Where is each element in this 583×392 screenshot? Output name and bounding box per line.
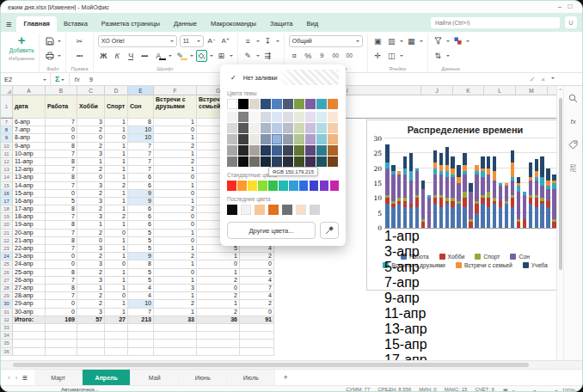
save-icon[interactable] [44,35,55,47]
tint-swatch[interactable] [249,145,260,156]
standard-color-swatch[interactable] [248,181,257,191]
cell[interactable]: 10-апр [13,150,46,158]
cell[interactable]: 17-апр [13,205,46,213]
theme-color-swatch[interactable] [238,99,249,109]
cell[interactable]: 6 [128,221,154,229]
tint-swatch[interactable] [227,112,237,122]
filter-icon[interactable] [433,35,444,47]
decrease-font-icon[interactable]: A⁻ [206,35,218,47]
vertical-scroll-thumb[interactable] [559,98,562,270]
cell[interactable]: 0 [154,269,197,277]
tint-swatch[interactable] [283,123,293,133]
tint-swatch[interactable] [249,123,260,133]
cell[interactable]: 7 [46,277,77,285]
cell[interactable] [197,324,240,332]
cell[interactable]: 1 [105,198,128,205]
row-number[interactable]: 29 [1,292,13,300]
tint-swatch[interactable] [305,112,316,122]
cell[interactable]: 2 [77,205,105,213]
cell[interactable]: 8 [128,119,154,126]
insert-row-icon[interactable]: ▥ [386,35,397,47]
cell[interactable]: 2 [77,190,105,198]
cell[interactable] [77,340,105,347]
cut-icon[interactable]: ✂ [74,35,85,47]
chart[interactable]: Распределение времени 051015202530 1-апр… [366,119,556,291]
cell[interactable]: 1 [105,158,128,166]
cell[interactable]: 1 [154,230,197,237]
cell[interactable]: 1 [77,285,105,292]
filter-caret[interactable] [446,40,450,44]
cell[interactable]: 3 [77,277,105,285]
cell[interactable]: 7 [46,150,77,158]
cancel-icon[interactable]: × [541,76,545,83]
cell[interactable] [154,348,197,356]
cell[interactable]: 7 [128,143,154,150]
tint-swatch[interactable] [261,123,271,133]
menu-tab-Макрокоманды[interactable]: Макрокоманды [204,16,263,32]
cell[interactable] [46,348,77,356]
header-cell[interactable]: дата [13,95,46,119]
tint-swatch[interactable] [283,134,293,144]
tint-swatch[interactable] [316,156,327,167]
cell[interactable]: 2 [240,300,274,308]
header-cell[interactable]: Сон [128,95,154,119]
row-number[interactable]: 31 [1,309,13,316]
cell[interactable]: 1 [105,237,128,245]
cell[interactable] [105,340,128,347]
cell[interactable]: 27 [105,316,128,324]
cell[interactable]: 6 [128,213,154,221]
cell[interactable]: 8 [46,205,77,213]
vertical-align-icon[interactable]: ↧ [262,35,273,47]
cell[interactable]: 0 [240,309,274,316]
tint-swatch[interactable] [238,112,249,122]
cell[interactable]: 8 [46,269,77,277]
cell[interactable]: 3 [77,309,105,316]
font-family-select[interactable]: XO Oriel [98,35,177,47]
cell[interactable]: 7 [46,182,77,190]
cell[interactable]: 1 [154,150,197,158]
cell[interactable]: 20-апр [13,230,46,237]
cell[interactable] [105,332,128,340]
borders-button[interactable]: ⊞ [216,50,227,62]
cell[interactable]: 7 [128,158,154,166]
cell[interactable]: 1 [154,292,197,300]
cell[interactable]: 1 [154,134,197,142]
cell[interactable] [240,332,274,340]
cell[interactable]: 1 [77,158,105,166]
cell[interactable]: 3 [77,119,105,126]
cell[interactable]: 0 [154,237,197,245]
decrease-decimal-icon[interactable]: 00 [330,50,341,62]
cell[interactable]: 8 [46,285,77,292]
cell[interactable]: 29-апр [13,300,46,308]
theme-color-swatch[interactable] [328,99,338,109]
cell[interactable]: 26-апр [13,277,46,285]
standard-color-swatch[interactable] [279,181,288,191]
tint-swatch[interactable] [305,123,316,133]
row-number[interactable]: 11 [1,150,13,158]
horizontal-scroll-thumb[interactable] [13,363,529,367]
name-box-caret[interactable] [43,79,46,83]
zoom-in-button[interactable]: + [555,388,558,392]
cell[interactable]: 2 [77,143,105,150]
cell[interactable]: 3 [77,213,105,221]
tint-swatch[interactable] [272,112,282,122]
cell[interactable]: 8 [46,143,77,150]
cell[interactable]: 1 [105,300,128,308]
standard-color-swatch[interactable] [258,181,267,191]
cell[interactable]: 1 [105,221,128,229]
row-number[interactable]: 32 [1,316,13,324]
cell[interactable]: Итого: [13,316,46,324]
tint-swatch[interactable] [238,156,249,167]
cell[interactable]: 0 [77,174,105,181]
cell[interactable]: 0 [154,221,197,229]
tint-swatch[interactable] [249,156,260,167]
row-number[interactable]: 16 [1,190,13,198]
increase-font-icon[interactable]: A⁺ [220,35,231,47]
cell[interactable] [197,340,240,347]
tint-swatch[interactable] [238,145,249,156]
cell[interactable]: 0 [105,134,128,142]
tint-swatch[interactable] [316,134,327,144]
cell[interactable]: 2 [77,253,105,260]
column-header-C[interactable]: C [77,86,105,95]
tint-swatch[interactable] [316,145,327,156]
